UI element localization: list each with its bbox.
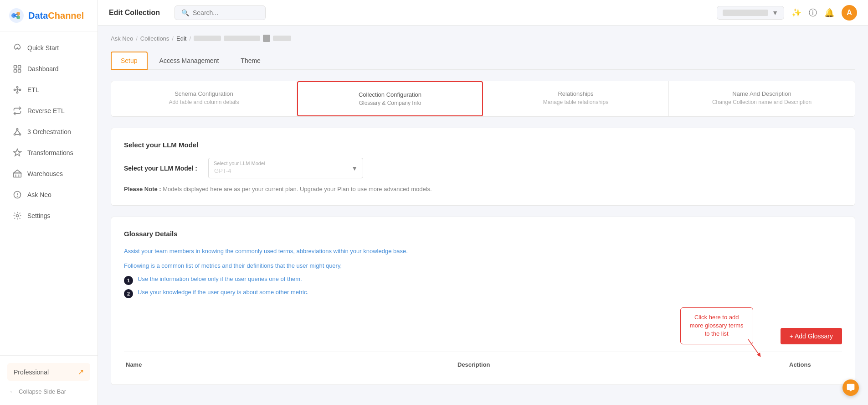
sidebar-item-label: Reverse ETL	[27, 107, 65, 114]
sidebar-item-orchestration[interactable]: 3 Orchestration	[4, 122, 94, 142]
step-tab-schema-title: Schema Configuration	[122, 90, 286, 97]
svg-point-6	[16, 47, 18, 49]
user-name-blur	[723, 10, 768, 16]
sidebar-item-label: Ask Neo	[27, 191, 51, 198]
svg-point-13	[16, 87, 18, 88]
sidebar-item-label: 3 Orchestration	[27, 128, 71, 135]
note-label: Please Note :	[124, 186, 161, 192]
table-col-name: Name	[124, 358, 456, 372]
svg-point-12	[19, 89, 21, 90]
glossary-card: Glossary Details Assist your team member…	[111, 217, 855, 385]
glossary-desc-line1: Assist your team members in knowing the …	[124, 247, 842, 256]
bullet-2: 2	[124, 289, 133, 298]
callout-box: Click here to add more glossary terms to…	[680, 307, 753, 344]
notifications-icon[interactable]: 🔔	[824, 8, 834, 18]
glossary-instruction-2: 2 Use your knowledge if the user query i…	[124, 289, 842, 298]
step-tab-collection[interactable]: Collection Configuration Glossary & Comp…	[297, 81, 483, 116]
sidebar-item-dashboard[interactable]: Dashboard	[4, 59, 94, 79]
search-icon: 🔍	[181, 9, 189, 16]
tab-setup[interactable]: Setup	[111, 52, 148, 70]
page-title: Edit Collection	[109, 9, 160, 17]
help-icon[interactable]: ⓘ	[809, 7, 817, 18]
note-text: Please Note : Models displayed here are …	[124, 186, 842, 192]
svg-point-14	[16, 92, 18, 93]
sidebar-item-etl[interactable]: ETL	[4, 80, 94, 100]
user-avatar[interactable]: A	[842, 5, 857, 21]
sidebar: DataChannel Quick Start Dashboard	[0, 0, 98, 405]
sidebar-item-warehouses[interactable]: Warehouses	[4, 164, 94, 184]
glossary-instruction-2-text: Use your knowledge if the user query is …	[138, 289, 308, 296]
chat-bubble[interactable]	[842, 379, 859, 396]
step-tab-relationships[interactable]: Relationships Manage table relationships	[483, 81, 669, 116]
sparkle-icon[interactable]: ✨	[791, 8, 801, 18]
tab-access-management[interactable]: Access Management	[149, 52, 229, 70]
add-glossary-button[interactable]: + Add Glossary	[781, 328, 842, 344]
step-tab-schema-subtitle: Add table and column details	[122, 99, 286, 105]
step-tab-relationships-subtitle: Manage table relationships	[494, 99, 657, 105]
llm-select-wrapper: Select your LLM Model GPT-4 ▼	[208, 158, 363, 178]
breadcrumb-item-blur2	[224, 36, 260, 41]
plan-badge[interactable]: Professional ↗	[7, 363, 90, 381]
search-bar[interactable]: 🔍	[175, 5, 266, 20]
llm-select-floating-label: Select your LLM Model	[214, 161, 265, 166]
chevron-down-icon: ▼	[772, 9, 778, 16]
orchestration-icon	[13, 127, 22, 136]
svg-line-20	[15, 130, 17, 134]
glossary-section-title: Glossary Details	[124, 230, 842, 238]
collapse-label: Collapse Side Bar	[19, 388, 66, 395]
breadcrumb-item-blur	[194, 36, 221, 41]
warehouses-icon	[13, 169, 22, 178]
collapse-sidebar-button[interactable]: ← Collapse Side Bar	[7, 385, 90, 398]
main-content: Edit Collection 🔍 ▼ ✨ ⓘ 🔔 A Ask Neo	[98, 0, 868, 405]
sidebar-item-reverse-etl[interactable]: Reverse ETL	[4, 101, 94, 121]
llm-row: Select your LLM Model : Select your LLM …	[124, 158, 842, 178]
content-area: Ask Neo / Collections / Edit / Setup Acc…	[98, 26, 868, 405]
logo: DataChannel	[0, 0, 98, 31]
search-input[interactable]	[193, 9, 247, 16]
external-link-icon: ↗	[78, 368, 84, 376]
note-description: Models displayed here are as per your cu…	[163, 186, 431, 192]
callout-container: Click here to add more glossary terms to…	[680, 307, 753, 344]
tab-theme[interactable]: Theme	[231, 52, 271, 70]
breadcrumb-icon-blur	[263, 35, 270, 42]
etl-icon	[13, 85, 22, 94]
svg-point-11	[14, 89, 15, 90]
sidebar-item-label: ETL	[27, 86, 39, 93]
sidebar-item-label: Quick Start	[27, 44, 59, 52]
sidebar-item-label: Settings	[27, 212, 51, 219]
svg-point-17	[16, 129, 18, 130]
sidebar-footer: Professional ↗ ← Collapse Side Bar	[0, 355, 98, 405]
logo-icon	[8, 7, 25, 24]
reverse-etl-icon	[13, 106, 22, 115]
step-tab-name-desc[interactable]: Name And Description Change Collection n…	[669, 81, 855, 116]
glossary-action-row: Click here to add more glossary terms to…	[124, 307, 842, 344]
breadcrumb-collections[interactable]: Collections	[140, 35, 169, 42]
breadcrumb-ask-neo[interactable]: Ask Neo	[111, 35, 133, 42]
llm-field-label: Select your LLM Model :	[124, 165, 197, 172]
sidebar-item-ask-neo[interactable]: Ask Neo	[4, 185, 94, 205]
breadcrumb: Ask Neo / Collections / Edit /	[111, 35, 855, 42]
settings-icon	[13, 211, 22, 220]
callout-arrow	[734, 339, 762, 358]
callout-text: Click here to add more glossary terms to…	[690, 314, 744, 337]
svg-point-29	[16, 215, 19, 217]
sidebar-item-label: Dashboard	[27, 65, 59, 73]
sidebar-item-quickstart[interactable]: Quick Start	[4, 38, 94, 58]
rocket-icon	[13, 43, 22, 52]
sidebar-item-label: Warehouses	[27, 170, 63, 177]
header-right: ▼ ✨ ⓘ 🔔 A	[717, 5, 857, 21]
sidebar-item-label: Transformations	[27, 149, 73, 156]
user-dropdown[interactable]: ▼	[717, 6, 784, 20]
sidebar-nav: Quick Start Dashboard ETL	[0, 31, 98, 355]
plan-label: Professional	[14, 369, 49, 376]
step-tab-name-desc-title: Name And Description	[680, 90, 844, 97]
svg-point-0	[9, 8, 24, 23]
ask-neo-icon	[13, 190, 22, 199]
step-tab-collection-subtitle: Glossary & Company Info	[309, 100, 471, 106]
top-header: Edit Collection 🔍 ▼ ✨ ⓘ 🔔 A	[98, 0, 868, 26]
step-tab-schema[interactable]: Schema Configuration Add table and colum…	[111, 81, 297, 116]
tabs-row: Setup Access Management Theme	[111, 51, 855, 70]
glossary-desc-line2: Following is a common list of metrics an…	[124, 261, 842, 270]
sidebar-item-transformations[interactable]: Transformations	[4, 143, 94, 163]
sidebar-item-settings[interactable]: Settings	[4, 206, 94, 226]
